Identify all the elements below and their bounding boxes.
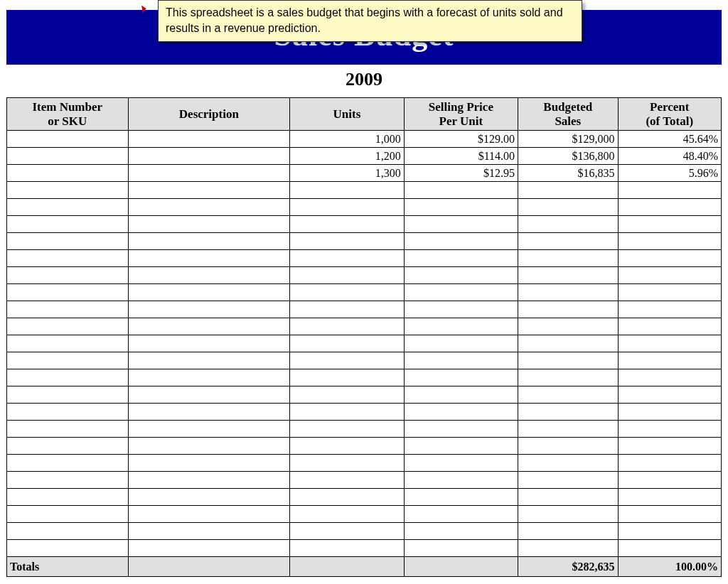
cell-pct[interactable]: 48.40% bbox=[618, 148, 721, 165]
cell-pct[interactable] bbox=[618, 369, 721, 386]
cell-price[interactable]: $129.00 bbox=[404, 131, 518, 148]
cell-pct[interactable] bbox=[618, 318, 721, 335]
cell-sku[interactable] bbox=[7, 386, 129, 404]
cell-sales[interactable] bbox=[518, 472, 618, 489]
cell-price[interactable] bbox=[404, 352, 518, 369]
header-sales[interactable]: BudgetedSales bbox=[518, 98, 618, 131]
cell-units[interactable] bbox=[290, 335, 404, 352]
cell-pct[interactable] bbox=[618, 352, 721, 369]
cell-units[interactable] bbox=[290, 182, 404, 199]
cell-sku[interactable] bbox=[7, 335, 129, 352]
cell-desc[interactable] bbox=[128, 523, 290, 540]
cell-desc[interactable] bbox=[128, 284, 290, 301]
cell-desc[interactable] bbox=[128, 421, 290, 438]
totals-price[interactable] bbox=[404, 557, 518, 577]
cell-pct[interactable] bbox=[618, 216, 721, 233]
cell-sku[interactable] bbox=[7, 489, 129, 506]
cell-desc[interactable] bbox=[128, 216, 290, 233]
cell-desc[interactable] bbox=[128, 404, 290, 421]
cell-price[interactable] bbox=[404, 506, 518, 523]
cell-price[interactable] bbox=[404, 233, 518, 250]
cell-price[interactable] bbox=[404, 216, 518, 233]
cell-sku[interactable] bbox=[7, 182, 129, 199]
cell-pct[interactable] bbox=[618, 267, 721, 284]
cell-sales[interactable] bbox=[518, 233, 618, 250]
cell-sku[interactable] bbox=[7, 301, 129, 318]
cell-sku[interactable] bbox=[7, 250, 129, 267]
cell-sku[interactable] bbox=[7, 455, 129, 472]
cell-units[interactable] bbox=[290, 318, 404, 335]
cell-sales[interactable] bbox=[518, 318, 618, 335]
cell-pct[interactable] bbox=[618, 335, 721, 352]
cell-desc[interactable] bbox=[128, 301, 290, 318]
cell-pct[interactable] bbox=[618, 182, 721, 199]
cell-sales[interactable] bbox=[518, 386, 618, 404]
cell-desc[interactable] bbox=[128, 489, 290, 506]
cell-units[interactable] bbox=[290, 284, 404, 301]
cell-sku[interactable] bbox=[7, 352, 129, 369]
cell-sales[interactable] bbox=[518, 369, 618, 386]
cell-units[interactable] bbox=[290, 250, 404, 267]
cell-desc[interactable] bbox=[128, 267, 290, 284]
cell-pct[interactable] bbox=[618, 489, 721, 506]
cell-sales[interactable] bbox=[518, 404, 618, 421]
cell-sku[interactable] bbox=[7, 233, 129, 250]
cell-price[interactable] bbox=[404, 335, 518, 352]
cell-sales[interactable] bbox=[518, 438, 618, 455]
header-units[interactable]: Units bbox=[290, 98, 404, 131]
cell-desc[interactable] bbox=[128, 506, 290, 523]
cell-price[interactable] bbox=[404, 404, 518, 421]
cell-units[interactable] bbox=[290, 216, 404, 233]
cell-units[interactable] bbox=[290, 523, 404, 540]
cell-desc[interactable] bbox=[128, 182, 290, 199]
cell-units[interactable] bbox=[290, 369, 404, 386]
totals-units[interactable] bbox=[290, 557, 404, 577]
cell-units[interactable] bbox=[290, 455, 404, 472]
header-pct[interactable]: Percent(of Total) bbox=[618, 98, 721, 131]
cell-pct[interactable] bbox=[618, 284, 721, 301]
cell-sku[interactable] bbox=[7, 506, 129, 523]
cell-price[interactable] bbox=[404, 199, 518, 216]
cell-desc[interactable] bbox=[128, 199, 290, 216]
cell-pct[interactable] bbox=[618, 199, 721, 216]
cell-pct[interactable] bbox=[618, 523, 721, 540]
cell-units[interactable] bbox=[290, 352, 404, 369]
cell-sales[interactable] bbox=[518, 301, 618, 318]
cell-price[interactable] bbox=[404, 301, 518, 318]
cell-sales[interactable] bbox=[518, 284, 618, 301]
cell-units[interactable] bbox=[290, 301, 404, 318]
cell-sku[interactable] bbox=[7, 472, 129, 489]
cell-units[interactable] bbox=[290, 233, 404, 250]
cell-units[interactable] bbox=[290, 267, 404, 284]
cell-pct[interactable] bbox=[618, 438, 721, 455]
cell-sales[interactable]: $129,000 bbox=[518, 131, 618, 148]
cell-desc[interactable] bbox=[128, 472, 290, 489]
cell-pct[interactable] bbox=[618, 386, 721, 404]
cell-sales[interactable] bbox=[518, 540, 618, 557]
cell-units[interactable] bbox=[290, 540, 404, 557]
cell-pct[interactable] bbox=[618, 404, 721, 421]
cell-price[interactable] bbox=[404, 489, 518, 506]
totals-sales[interactable]: $282,635 bbox=[518, 557, 618, 577]
cell-units[interactable] bbox=[290, 506, 404, 523]
cell-sku[interactable] bbox=[7, 523, 129, 540]
cell-pct[interactable]: 5.96% bbox=[618, 165, 721, 182]
cell-sales[interactable] bbox=[518, 182, 618, 199]
cell-desc[interactable] bbox=[128, 352, 290, 369]
totals-label[interactable]: Totals bbox=[7, 557, 129, 577]
cell-sales[interactable] bbox=[518, 352, 618, 369]
cell-units[interactable] bbox=[290, 489, 404, 506]
cell-pct[interactable] bbox=[618, 506, 721, 523]
cell-sku[interactable] bbox=[7, 148, 129, 165]
cell-price[interactable] bbox=[404, 182, 518, 199]
cell-pct[interactable] bbox=[618, 233, 721, 250]
cell-sku[interactable] bbox=[7, 369, 129, 386]
cell-desc[interactable] bbox=[128, 165, 290, 182]
cell-price[interactable] bbox=[404, 472, 518, 489]
cell-sku[interactable] bbox=[7, 199, 129, 216]
cell-price[interactable] bbox=[404, 421, 518, 438]
totals-pct[interactable]: 100.00% bbox=[618, 557, 721, 577]
cell-sku[interactable] bbox=[7, 131, 129, 148]
cell-sku[interactable] bbox=[7, 284, 129, 301]
cell-units[interactable]: 1,000 bbox=[290, 131, 404, 148]
